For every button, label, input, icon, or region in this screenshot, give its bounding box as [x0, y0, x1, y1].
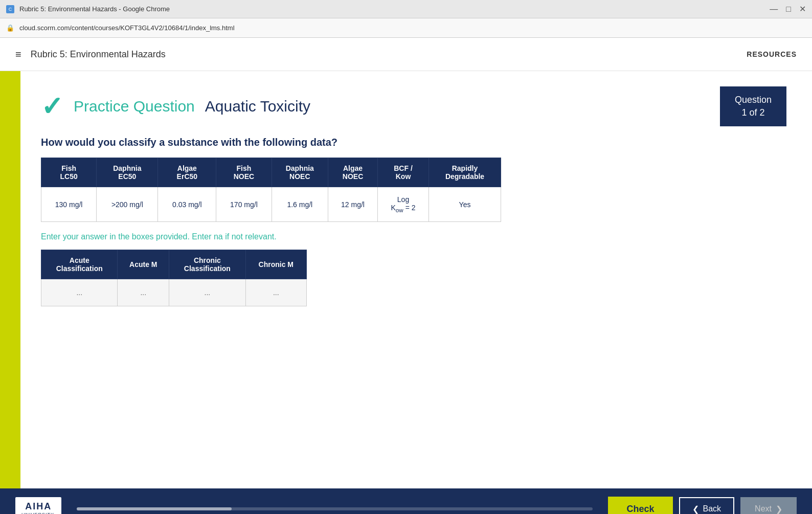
answer-table: AcuteClassification Acute M ChronicClass…	[41, 250, 307, 306]
app-title: Rubric 5: Environmental Hazards	[31, 49, 166, 60]
answer-cell-chronic-m[interactable]: ...	[245, 279, 306, 306]
browser-titlebar: C Rubric 5: Environmental Hazards - Goog…	[0, 0, 812, 18]
instruction-text: Enter your answer in the boxes provided.…	[41, 232, 786, 241]
col-header-daphnia-ec50: DaphniaEC50	[97, 158, 158, 187]
col-header-daphnia-noec: DaphniaNOEC	[272, 158, 328, 187]
answer-col-acute-class: AcuteClassification	[41, 250, 118, 279]
browser-title-area: C Rubric 5: Environmental Hazards - Goog…	[6, 5, 170, 13]
aiha-logo-text: AIHA	[25, 501, 52, 512]
cell-daphnia-noec: 1.6 mg/l	[272, 187, 328, 222]
answer-cell-acute-m[interactable]: ...	[118, 279, 169, 306]
back-arrow-icon: ❮	[692, 504, 699, 514]
nav-buttons: Check ❮ Back Next ❯	[608, 497, 797, 515]
yellow-sidebar	[0, 71, 20, 488]
answer-col-chronic-class: ChronicClassification	[169, 250, 245, 279]
answer-cell-acute-class[interactable]: ...	[41, 279, 118, 306]
question-text: How would you classify a substance with …	[41, 137, 786, 148]
app-header: ≡ Rubric 5: Environmental Hazards RESOUR…	[0, 38, 812, 71]
hamburger-menu[interactable]: ≡	[15, 49, 21, 60]
content-area: ✓ Practice Question Aquatic Toxicity Que…	[20, 71, 812, 488]
data-row: 130 mg/l >200 mg/l 0.03 mg/l 170 mg/l 1.…	[41, 187, 501, 222]
cell-fish-noec: 170 mg/l	[216, 187, 272, 222]
answer-row[interactable]: ... ... ... ...	[41, 279, 307, 306]
aiha-logo-sub: UNIVERSITY.	[21, 512, 55, 515]
back-label: Back	[703, 504, 721, 513]
next-button[interactable]: Next ❯	[740, 497, 797, 515]
address-url[interactable]: cloud.scorm.com/content/courses/KOFT3GL4…	[19, 24, 235, 32]
col-header-bcf-kow: BCF /Kow	[378, 158, 429, 187]
col-header-algae-noec: AlgaeNOEC	[328, 158, 378, 187]
lock-icon: 🔒	[6, 24, 14, 32]
practice-label: Practice Question	[74, 98, 195, 115]
cell-fish-lc50: 130 mg/l	[41, 187, 97, 222]
check-button[interactable]: Check	[608, 497, 672, 515]
resources-button[interactable]: RESOURCES	[747, 50, 797, 58]
back-button[interactable]: ❮ Back	[679, 497, 735, 515]
browser-title: Rubric 5: Environmental Hazards - Google…	[19, 5, 170, 13]
main-content: ✓ Practice Question Aquatic Toxicity Que…	[0, 71, 812, 488]
cell-algae-erc50: 0.03 mg/l	[158, 187, 216, 222]
question-badge-line1: Question	[735, 95, 772, 105]
bottom-bar: AIHA UNIVERSITY. Check ❮ Back Next ❯	[0, 488, 812, 514]
cell-algae-noec: 12 mg/l	[328, 187, 378, 222]
answer-col-acute-m: Acute M	[118, 250, 169, 279]
minimize-button[interactable]: —	[770, 5, 778, 14]
data-table: FishLC50 DaphniaEC50 AlgaeErC50 FishNOEC…	[41, 158, 501, 222]
question-badge: Question 1 of 2	[720, 86, 786, 126]
col-header-fish-lc50: FishLC50	[41, 158, 97, 187]
app-header-left: ≡ Rubric 5: Environmental Hazards	[15, 49, 166, 60]
progress-bar-fill	[77, 507, 232, 510]
question-badge-line2: 1 of 2	[741, 107, 764, 118]
next-label: Next	[755, 504, 772, 513]
answer-cell-chronic-class[interactable]: ...	[169, 279, 245, 306]
browser-controls[interactable]: — □ ✕	[770, 4, 806, 14]
progress-bar-container	[77, 507, 593, 510]
cell-bcf-kow: LogKow = 2	[378, 187, 429, 222]
col-header-fish-noec: FishNOEC	[216, 158, 272, 187]
topic-label: Aquatic Toxicity	[205, 98, 310, 115]
maximize-button[interactable]: □	[786, 5, 791, 14]
checkmark-icon: ✓	[41, 93, 63, 120]
close-button[interactable]: ✕	[799, 4, 806, 14]
answer-col-chronic-m: Chronic M	[245, 250, 306, 279]
question-header: ✓ Practice Question Aquatic Toxicity Que…	[41, 86, 786, 126]
aiha-logo: AIHA UNIVERSITY.	[15, 497, 61, 515]
address-bar: 🔒 cloud.scorm.com/content/courses/KOFT3G…	[0, 18, 812, 38]
browser-favicon: C	[6, 5, 14, 13]
col-header-rapidly-degradable: RapidlyDegradable	[429, 158, 501, 187]
next-arrow-icon: ❯	[776, 504, 782, 514]
cell-daphnia-ec50: >200 mg/l	[97, 187, 158, 222]
cell-rapidly-degradable: Yes	[429, 187, 501, 222]
col-header-algae-erc50: AlgaeErC50	[158, 158, 216, 187]
question-header-left: ✓ Practice Question Aquatic Toxicity	[41, 93, 310, 120]
